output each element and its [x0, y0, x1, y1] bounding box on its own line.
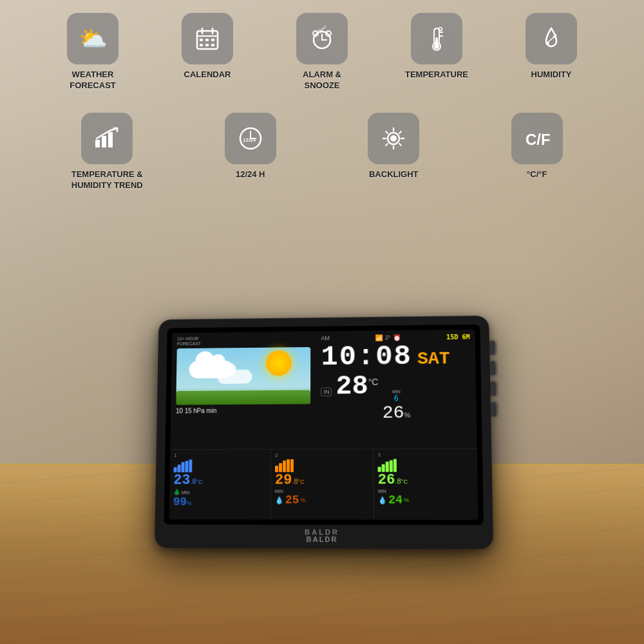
bar-1 [378, 467, 381, 472]
weather-forecast-label: WEATHERFORECAST [70, 70, 116, 91]
svg-point-36 [390, 135, 397, 142]
humidity-icon [526, 13, 577, 64]
bar-5 [189, 460, 192, 473]
feature-temp-humidity-trend: TEMPERATURE &HUMIDITY TREND [39, 113, 176, 191]
bar-5 [393, 459, 397, 472]
sensor-2-temp: 29 [275, 473, 292, 488]
svg-point-26 [547, 42, 549, 44]
svg-rect-5 [205, 39, 209, 41]
brand-area: BALDR [164, 525, 484, 540]
indoor-humidity: 26 [383, 402, 404, 422]
svg-rect-6 [211, 39, 214, 41]
brand-label: BALDR [305, 528, 339, 536]
device-body: 12+ HOURFORECAST 10 15 hPa min [155, 316, 493, 549]
tree-icon: 🌲 [173, 489, 180, 496]
temp-min-val: 6 [394, 394, 399, 403]
am-indicator: AM [321, 335, 330, 341]
feature-calendar: CALENDAR [153, 13, 261, 91]
svg-rect-4 [200, 39, 203, 41]
screen-inner: 12+ HOURFORECAST 10 15 hPa min [169, 330, 478, 520]
sensor-3-bars [377, 459, 473, 473]
side-button-3[interactable] [490, 382, 496, 396]
cf-icon: C/F [511, 113, 563, 164]
forecast-label: 12+ HOURFORECAST [177, 335, 311, 347]
clock-icon: 12/24 [225, 113, 276, 164]
time-display: 10:08 [321, 342, 412, 371]
svg-point-24 [439, 28, 442, 31]
droplet-icon: 💧 [275, 496, 284, 504]
sensor-3: 3 26 .8 °C MIN [374, 449, 478, 520]
sensor-3-humidity: 24 [388, 493, 402, 506]
sensor-3-num: 3 [377, 451, 473, 458]
ground [176, 390, 310, 404]
bar-4 [287, 459, 290, 472]
bar-3 [386, 462, 389, 472]
svg-rect-28 [95, 140, 100, 147]
sensor-3-temp-unit: °C [401, 478, 408, 485]
sensor-2-num: 2 [275, 452, 369, 458]
side-button-1[interactable] [489, 341, 495, 355]
clock-panel: AM 📶 Zᶻ ⏰ 15D 6M 10:08 SAT [316, 330, 477, 453]
sensor-1-num: 1 [174, 452, 267, 458]
temperature-icon [411, 13, 462, 64]
temperature-label: TEMPERATURE [405, 70, 468, 80]
backlight-icon [368, 113, 419, 164]
sensor-1-temp-decimal: .8 [190, 478, 196, 486]
bar-4 [185, 461, 188, 473]
bar-2 [279, 463, 282, 472]
weather-scene [176, 347, 310, 405]
svg-text:Z: Z [324, 26, 326, 29]
pressure-reading: 10 15 hPa min [176, 406, 311, 414]
temp-section: IN 28 °C MIN 6 26 % [321, 372, 471, 423]
sensor-2: 2 29 .8 °C MIN [271, 450, 374, 520]
feature-alarm-snooze: Z Z Z ALARM &SNOOZE [268, 13, 376, 91]
trend-label: TEMPERATURE &HUMIDITY TREND [71, 169, 143, 191]
svg-point-21 [434, 44, 439, 49]
date-display: 15D 6M [446, 334, 470, 341]
droplet-icon-3: 💧 [378, 496, 387, 504]
feature-weather-forecast: ⛅ WEATHERFORECAST [39, 13, 147, 91]
svg-text:12/24: 12/24 [243, 137, 256, 143]
svg-line-41 [386, 131, 388, 133]
svg-rect-30 [108, 132, 113, 147]
svg-line-42 [399, 144, 401, 146]
bar-3 [181, 462, 184, 473]
calendar-label: CALENDAR [184, 70, 231, 80]
sensors-panel: 1 23 .8 °C [169, 448, 478, 520]
sensor-1-bars [174, 459, 267, 472]
humidity-unit: % [404, 411, 410, 419]
sensor-2-bars [275, 459, 369, 472]
svg-point-27 [553, 35, 556, 38]
day-date: 15D 6M [446, 334, 470, 341]
weather-panel: 12+ HOURFORECAST 10 15 hPa min [170, 331, 316, 453]
sensor-2-min-label: MIN [275, 489, 370, 493]
day-display: SAT [417, 349, 450, 369]
cloud-small [217, 370, 252, 384]
indoor-temp-unit: °C [368, 377, 379, 387]
device: 12+ HOURFORECAST 10 15 hPa min [155, 316, 489, 547]
side-button-2[interactable] [490, 361, 496, 375]
svg-rect-9 [211, 44, 214, 46]
screen: 12+ HOURFORECAST 10 15 hPa min [164, 325, 484, 526]
feature-cf: C/F °C/°F [469, 113, 606, 191]
side-button-4[interactable] [491, 402, 497, 417]
sensor-1-temp: 23 [173, 474, 190, 488]
calendar-icon [182, 13, 233, 64]
svg-rect-8 [205, 44, 209, 46]
feature-12-24h: 12/24 12/24 H [182, 113, 319, 191]
cf-label: °C/°F [527, 169, 547, 180]
pressure-value: 10 15 hPa min [176, 407, 216, 414]
sensor-2-hum-unit: % [300, 497, 305, 504]
svg-line-43 [399, 131, 401, 133]
indoor-temp-min: 6 [394, 394, 399, 403]
features-row-1: ⛅ WEATHERFORECAST CALENDAR [39, 13, 605, 91]
bar-1 [275, 466, 278, 472]
bar-2 [177, 465, 180, 473]
sensor-2-humidity: 25 [285, 494, 299, 507]
sensor-3-temp-decimal: .8 [395, 477, 401, 485]
indoor-temp: 28 [336, 373, 368, 400]
weather-forecast-icon: ⛅ [67, 13, 118, 64]
sensor-2-temp-decimal: .8 [292, 477, 298, 485]
sensor-3-hum-unit: % [404, 497, 409, 504]
backlight-label: BACKLIGHT [369, 169, 419, 180]
